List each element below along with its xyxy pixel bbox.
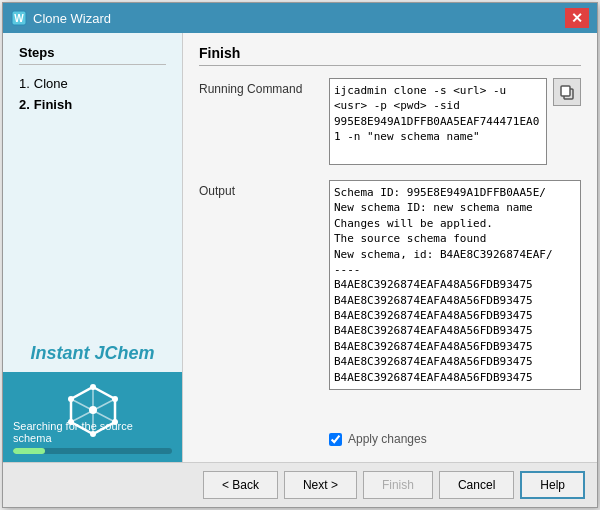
svg-point-7	[112, 396, 118, 402]
svg-point-12	[89, 406, 97, 414]
running-command-row: Running Command	[199, 78, 581, 168]
brand-graphic: Searching for the source schema	[3, 372, 182, 462]
clone-wizard-window: W Clone Wizard ✕ Steps 1. Clone 2. Finis…	[2, 2, 598, 508]
progress-bar	[13, 448, 172, 454]
running-command-field	[329, 78, 581, 168]
svg-point-6	[90, 384, 96, 390]
close-button[interactable]: ✕	[565, 8, 589, 28]
section-title: Finish	[199, 45, 581, 66]
window-title: Clone Wizard	[33, 11, 111, 26]
finish-button[interactable]: Finish	[363, 471, 433, 499]
sidebar-steps: Steps 1. Clone 2. Finish	[3, 33, 182, 127]
running-command-wrapper	[329, 78, 547, 168]
output-field: Schema ID: 995E8E949A1DFFB0AA5E/New sche…	[329, 180, 581, 390]
step-1-number: 1.	[19, 76, 30, 91]
svg-point-9	[90, 431, 96, 437]
help-button[interactable]: Help	[520, 471, 585, 499]
copy-icon	[559, 84, 575, 100]
back-button[interactable]: < Back	[203, 471, 278, 499]
step-2-label: Finish	[34, 97, 72, 112]
wizard-icon: W	[11, 10, 27, 26]
output-label: Output	[199, 180, 329, 198]
apply-changes-label[interactable]: Apply changes	[348, 432, 427, 446]
cancel-button[interactable]: Cancel	[439, 471, 514, 499]
sidebar: Steps 1. Clone 2. Finish Instant JChem	[3, 33, 183, 462]
progress-bar-track	[13, 448, 172, 454]
copy-button[interactable]	[553, 78, 581, 106]
steps-title: Steps	[19, 45, 166, 65]
svg-point-8	[112, 419, 118, 425]
progress-bar-fill	[13, 448, 45, 454]
sidebar-item-clone: 1. Clone	[19, 73, 166, 94]
output-textarea[interactable]: Schema ID: 995E8E949A1DFFB0AA5E/New sche…	[329, 180, 581, 390]
content-area: Steps 1. Clone 2. Finish Instant JChem	[3, 33, 597, 462]
main-panel: Finish Running Command	[183, 33, 597, 462]
svg-text:W: W	[14, 13, 24, 24]
apply-changes-row: Apply changes	[199, 424, 581, 450]
sidebar-item-finish: 2. Finish	[19, 94, 166, 115]
running-command-label: Running Command	[199, 78, 329, 96]
sidebar-brand: Instant JChem	[3, 127, 182, 462]
brand-text: Instant JChem	[3, 335, 182, 372]
svg-point-10	[68, 419, 74, 425]
next-button[interactable]: Next >	[284, 471, 357, 499]
step-2-number: 2.	[19, 97, 30, 112]
title-bar-left: W Clone Wizard	[11, 10, 111, 26]
title-bar: W Clone Wizard ✕	[3, 3, 597, 33]
apply-changes-checkbox[interactable]	[329, 433, 342, 446]
output-row: Output Schema ID: 995E8E949A1DFFB0AA5E/N…	[199, 180, 581, 412]
button-bar: < Back Next > Finish Cancel Help	[3, 462, 597, 507]
running-command-textarea[interactable]	[329, 78, 547, 165]
molecule-icon	[63, 382, 123, 440]
svg-rect-14	[561, 86, 570, 96]
step-1-label: Clone	[34, 76, 68, 91]
svg-point-11	[68, 396, 74, 402]
